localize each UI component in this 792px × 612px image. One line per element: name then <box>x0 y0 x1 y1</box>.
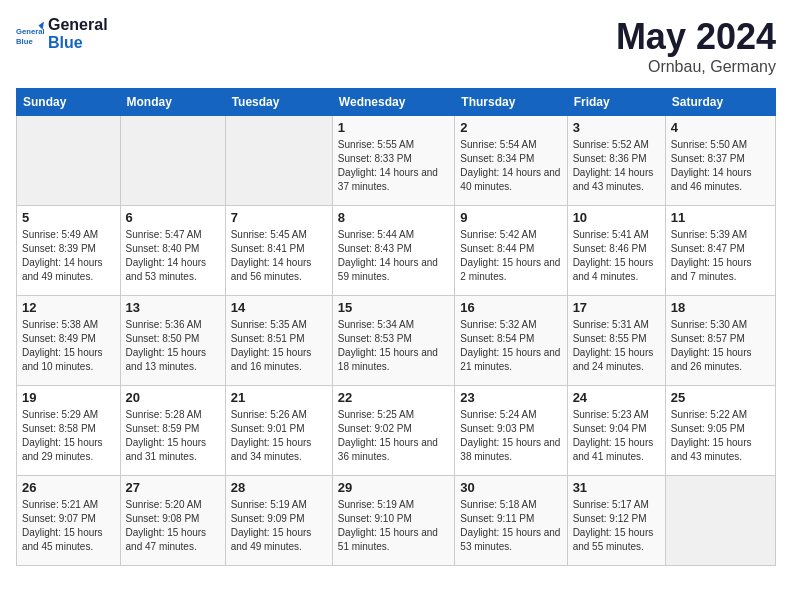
day-number: 23 <box>460 390 561 405</box>
day-info: Sunrise: 5:54 AM Sunset: 8:34 PM Dayligh… <box>460 138 561 194</box>
calendar-title: May 2024 <box>616 16 776 58</box>
calendar-cell: 13Sunrise: 5:36 AM Sunset: 8:50 PM Dayli… <box>120 296 225 386</box>
day-info: Sunrise: 5:29 AM Sunset: 8:58 PM Dayligh… <box>22 408 115 464</box>
calendar-cell: 30Sunrise: 5:18 AM Sunset: 9:11 PM Dayli… <box>455 476 567 566</box>
day-info: Sunrise: 5:24 AM Sunset: 9:03 PM Dayligh… <box>460 408 561 464</box>
calendar-cell: 1Sunrise: 5:55 AM Sunset: 8:33 PM Daylig… <box>332 116 455 206</box>
day-info: Sunrise: 5:44 AM Sunset: 8:43 PM Dayligh… <box>338 228 450 284</box>
day-info: Sunrise: 5:23 AM Sunset: 9:04 PM Dayligh… <box>573 408 660 464</box>
calendar-cell: 31Sunrise: 5:17 AM Sunset: 9:12 PM Dayli… <box>567 476 665 566</box>
calendar-cell: 21Sunrise: 5:26 AM Sunset: 9:01 PM Dayli… <box>225 386 332 476</box>
day-info: Sunrise: 5:34 AM Sunset: 8:53 PM Dayligh… <box>338 318 450 374</box>
svg-text:General: General <box>16 27 44 36</box>
day-info: Sunrise: 5:20 AM Sunset: 9:08 PM Dayligh… <box>126 498 220 554</box>
calendar-cell: 23Sunrise: 5:24 AM Sunset: 9:03 PM Dayli… <box>455 386 567 476</box>
day-number: 24 <box>573 390 660 405</box>
day-number: 16 <box>460 300 561 315</box>
day-info: Sunrise: 5:35 AM Sunset: 8:51 PM Dayligh… <box>231 318 327 374</box>
calendar-week-row: 12Sunrise: 5:38 AM Sunset: 8:49 PM Dayli… <box>17 296 776 386</box>
header: General Blue General Blue May 2024 Ornba… <box>16 16 776 76</box>
day-number: 29 <box>338 480 450 495</box>
day-number: 30 <box>460 480 561 495</box>
day-info: Sunrise: 5:19 AM Sunset: 9:10 PM Dayligh… <box>338 498 450 554</box>
day-number: 2 <box>460 120 561 135</box>
day-number: 13 <box>126 300 220 315</box>
calendar-cell: 7Sunrise: 5:45 AM Sunset: 8:41 PM Daylig… <box>225 206 332 296</box>
day-info: Sunrise: 5:45 AM Sunset: 8:41 PM Dayligh… <box>231 228 327 284</box>
calendar-subtitle: Ornbau, Germany <box>616 58 776 76</box>
day-info: Sunrise: 5:19 AM Sunset: 9:09 PM Dayligh… <box>231 498 327 554</box>
calendar-cell: 16Sunrise: 5:32 AM Sunset: 8:54 PM Dayli… <box>455 296 567 386</box>
day-number: 5 <box>22 210 115 225</box>
svg-text:Blue: Blue <box>16 37 33 46</box>
calendar-cell: 28Sunrise: 5:19 AM Sunset: 9:09 PM Dayli… <box>225 476 332 566</box>
logo-line2: Blue <box>48 34 108 52</box>
day-number: 17 <box>573 300 660 315</box>
day-header-saturday: Saturday <box>665 89 775 116</box>
calendar-week-row: 5Sunrise: 5:49 AM Sunset: 8:39 PM Daylig… <box>17 206 776 296</box>
day-number: 10 <box>573 210 660 225</box>
calendar-cell: 25Sunrise: 5:22 AM Sunset: 9:05 PM Dayli… <box>665 386 775 476</box>
day-number: 9 <box>460 210 561 225</box>
logo-line1: General <box>48 16 108 34</box>
day-header-thursday: Thursday <box>455 89 567 116</box>
calendar-week-row: 19Sunrise: 5:29 AM Sunset: 8:58 PM Dayli… <box>17 386 776 476</box>
day-number: 14 <box>231 300 327 315</box>
title-area: May 2024 Ornbau, Germany <box>616 16 776 76</box>
calendar-cell: 5Sunrise: 5:49 AM Sunset: 8:39 PM Daylig… <box>17 206 121 296</box>
calendar-cell <box>665 476 775 566</box>
calendar-week-row: 26Sunrise: 5:21 AM Sunset: 9:07 PM Dayli… <box>17 476 776 566</box>
day-header-wednesday: Wednesday <box>332 89 455 116</box>
day-info: Sunrise: 5:39 AM Sunset: 8:47 PM Dayligh… <box>671 228 770 284</box>
day-info: Sunrise: 5:22 AM Sunset: 9:05 PM Dayligh… <box>671 408 770 464</box>
calendar-cell: 20Sunrise: 5:28 AM Sunset: 8:59 PM Dayli… <box>120 386 225 476</box>
day-info: Sunrise: 5:30 AM Sunset: 8:57 PM Dayligh… <box>671 318 770 374</box>
logo-icon: General Blue <box>16 20 44 48</box>
day-info: Sunrise: 5:50 AM Sunset: 8:37 PM Dayligh… <box>671 138 770 194</box>
day-number: 12 <box>22 300 115 315</box>
calendar-cell <box>225 116 332 206</box>
day-header-monday: Monday <box>120 89 225 116</box>
calendar-cell: 14Sunrise: 5:35 AM Sunset: 8:51 PM Dayli… <box>225 296 332 386</box>
logo: General Blue General Blue <box>16 16 108 53</box>
day-info: Sunrise: 5:41 AM Sunset: 8:46 PM Dayligh… <box>573 228 660 284</box>
day-header-sunday: Sunday <box>17 89 121 116</box>
day-info: Sunrise: 5:36 AM Sunset: 8:50 PM Dayligh… <box>126 318 220 374</box>
day-info: Sunrise: 5:25 AM Sunset: 9:02 PM Dayligh… <box>338 408 450 464</box>
calendar-cell <box>17 116 121 206</box>
day-number: 28 <box>231 480 327 495</box>
calendar-cell: 27Sunrise: 5:20 AM Sunset: 9:08 PM Dayli… <box>120 476 225 566</box>
day-number: 3 <box>573 120 660 135</box>
day-info: Sunrise: 5:32 AM Sunset: 8:54 PM Dayligh… <box>460 318 561 374</box>
day-info: Sunrise: 5:31 AM Sunset: 8:55 PM Dayligh… <box>573 318 660 374</box>
day-number: 27 <box>126 480 220 495</box>
calendar-cell: 19Sunrise: 5:29 AM Sunset: 8:58 PM Dayli… <box>17 386 121 476</box>
day-number: 31 <box>573 480 660 495</box>
day-number: 19 <box>22 390 115 405</box>
day-number: 20 <box>126 390 220 405</box>
day-info: Sunrise: 5:52 AM Sunset: 8:36 PM Dayligh… <box>573 138 660 194</box>
calendar-cell: 22Sunrise: 5:25 AM Sunset: 9:02 PM Dayli… <box>332 386 455 476</box>
calendar-cell: 12Sunrise: 5:38 AM Sunset: 8:49 PM Dayli… <box>17 296 121 386</box>
day-info: Sunrise: 5:18 AM Sunset: 9:11 PM Dayligh… <box>460 498 561 554</box>
day-info: Sunrise: 5:55 AM Sunset: 8:33 PM Dayligh… <box>338 138 450 194</box>
day-number: 8 <box>338 210 450 225</box>
calendar-cell: 24Sunrise: 5:23 AM Sunset: 9:04 PM Dayli… <box>567 386 665 476</box>
calendar-cell: 3Sunrise: 5:52 AM Sunset: 8:36 PM Daylig… <box>567 116 665 206</box>
calendar-cell: 8Sunrise: 5:44 AM Sunset: 8:43 PM Daylig… <box>332 206 455 296</box>
calendar-cell <box>120 116 225 206</box>
day-number: 18 <box>671 300 770 315</box>
day-number: 4 <box>671 120 770 135</box>
calendar-cell: 11Sunrise: 5:39 AM Sunset: 8:47 PM Dayli… <box>665 206 775 296</box>
day-info: Sunrise: 5:42 AM Sunset: 8:44 PM Dayligh… <box>460 228 561 284</box>
calendar-cell: 9Sunrise: 5:42 AM Sunset: 8:44 PM Daylig… <box>455 206 567 296</box>
calendar-table: SundayMondayTuesdayWednesdayThursdayFrid… <box>16 88 776 566</box>
day-header-friday: Friday <box>567 89 665 116</box>
calendar-cell: 17Sunrise: 5:31 AM Sunset: 8:55 PM Dayli… <box>567 296 665 386</box>
calendar-cell: 2Sunrise: 5:54 AM Sunset: 8:34 PM Daylig… <box>455 116 567 206</box>
day-info: Sunrise: 5:26 AM Sunset: 9:01 PM Dayligh… <box>231 408 327 464</box>
day-info: Sunrise: 5:28 AM Sunset: 8:59 PM Dayligh… <box>126 408 220 464</box>
day-number: 6 <box>126 210 220 225</box>
day-number: 21 <box>231 390 327 405</box>
day-info: Sunrise: 5:17 AM Sunset: 9:12 PM Dayligh… <box>573 498 660 554</box>
